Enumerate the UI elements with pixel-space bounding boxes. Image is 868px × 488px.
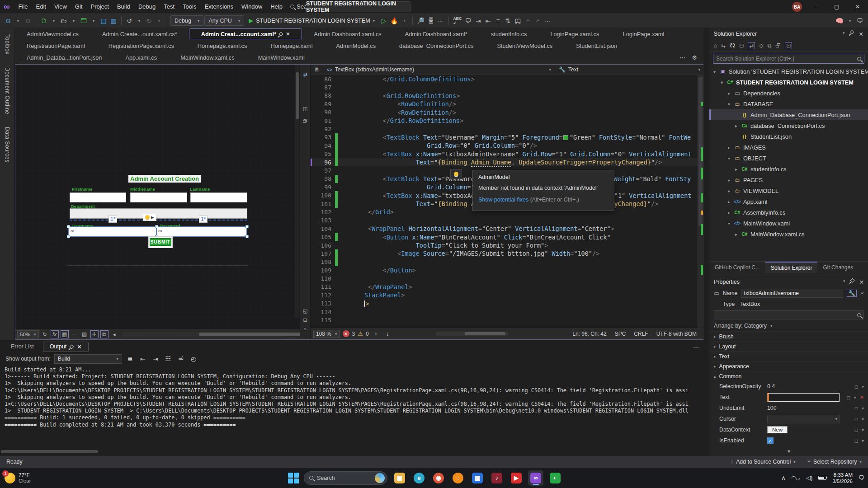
code-line-89[interactable]: 89 <RowDefinition/> [311, 100, 697, 108]
property-marker-icon[interactable]: ◻ [854, 406, 858, 411]
code-line-113[interactable]: 113 > [311, 300, 697, 308]
snap-grid-icon[interactable]: ▫ [71, 330, 79, 338]
department-textbox[interactable] [70, 208, 247, 219]
error-count[interactable]: 3 [352, 331, 355, 337]
close-icon[interactable]: ✕ [859, 279, 864, 286]
tab-admin-creat-ccount-xaml[interactable]: Admin Creat...ccount.xaml*✕ [189, 28, 302, 39]
expand-pane-icon[interactable]: » [300, 324, 310, 333]
chevron-down-icon[interactable]: ▾ [843, 279, 845, 286]
menu-help[interactable]: Help [266, 0, 287, 14]
show-annotations-icon[interactable]: ⧉ [100, 330, 108, 338]
indent-decrease-icon[interactable]: ⇤ [484, 16, 493, 26]
designer-zoom-dropdown[interactable]: 50% ▾ [17, 330, 39, 338]
selection-handle[interactable] [155, 225, 158, 228]
property-value-text[interactable] [767, 393, 840, 402]
tool-tab-data-sources[interactable]: Data Sources [4, 121, 10, 169]
editor-horizontal-scrollbar[interactable] [436, 332, 508, 336]
submit-button[interactable]: SUBMIT [150, 238, 171, 246]
section-layout[interactable]: ▸Layout [709, 341, 868, 351]
menu-file[interactable]: File [14, 0, 32, 14]
username-textbox-selected[interactable] [68, 226, 156, 237]
code-line-110[interactable]: 110 [311, 274, 697, 282]
code-line-115[interactable]: 115 [311, 316, 697, 324]
open-file-icon[interactable]: 🗁 [59, 16, 68, 26]
section-appearance[interactable]: ▸Appearance [709, 361, 868, 371]
toolbar-options-icon[interactable]: ⋯ [543, 16, 552, 26]
tree-item-assemblyinfo-cs[interactable]: ▸C#AssemblyInfo.cs [709, 207, 868, 218]
maximize-button[interactable]: ▢ [826, 0, 847, 14]
property-text-input[interactable] [767, 393, 840, 402]
tab-homepage-xaml-cs[interactable]: Homepage.xaml.cs [186, 40, 259, 51]
tab-loginpage-xaml[interactable]: LoginPage.xaml [611, 28, 676, 39]
code-line-108[interactable]: 108 [311, 258, 697, 266]
taskbar-search[interactable]: Search [304, 471, 387, 485]
goto-prev-message-icon[interactable]: ⇤ [138, 354, 147, 364]
properties-search-input[interactable] [714, 310, 864, 319]
navigate-back-chevron[interactable]: ▾ [14, 16, 23, 26]
property-dropdown[interactable]: ▾ [767, 415, 840, 423]
chevron-down-icon[interactable]: ▾ [854, 395, 856, 400]
code-line-90[interactable]: 90 <RowDefinition/> [311, 108, 697, 117]
property-marker-icon[interactable]: ◻ [854, 438, 858, 443]
show-grid-icon[interactable]: ▦ [61, 330, 69, 338]
app-store[interactable]: ▦ [470, 470, 485, 486]
property-value-isenabled[interactable]: ✓ [767, 437, 840, 444]
tree-item-images[interactable]: ▸🗀IMAGES [709, 142, 868, 153]
code-line-114[interactable]: 114 [311, 308, 697, 316]
chevron-collapsed-icon[interactable]: ▸ [734, 123, 739, 128]
menu-build[interactable]: Build [113, 0, 134, 14]
code-line-96[interactable]: 96 Text="{Binding Admin_Uname, UpdateSou… [311, 158, 697, 166]
scroll-more-chevron[interactable]: ▾ [709, 448, 868, 455]
menu-window[interactable]: Window [237, 0, 266, 14]
start-button[interactable] [288, 472, 299, 484]
vertical-split-icon[interactable]: ◱ [300, 306, 310, 315]
tab-admin-dashboard-xaml-cs[interactable]: Admin Dashboard.xaml.cs [302, 28, 393, 39]
firefox-browser[interactable]: ◌ [450, 470, 466, 486]
hot-reload-icon[interactable]: 🔥 [389, 16, 399, 26]
save-all-icon[interactable]: ▥ [109, 16, 118, 26]
chevron-collapsed-icon[interactable]: ▸ [726, 145, 731, 150]
undo-chevron[interactable]: ▾ [135, 16, 144, 26]
comment-icon[interactable]: 🗩 [464, 16, 473, 26]
close-button[interactable]: ✕ [847, 0, 868, 14]
property-value-cursor[interactable]: ▾ [767, 415, 840, 423]
code-line-111[interactable]: 111 </WrapPanel> [311, 283, 697, 291]
tool-tab-toolbox[interactable]: Toolbox [4, 28, 10, 61]
scroll-left-icon[interactable]: ◂ [110, 330, 118, 338]
goto-next-message-icon[interactable]: ⇥ [151, 354, 160, 364]
designer-quick-actions[interactable]: ▶ [143, 214, 156, 221]
chevron-down-icon[interactable]: ▾ [862, 384, 864, 389]
output-text[interactable]: Build started at 8:21 AM...1>------ Buil… [0, 365, 703, 428]
clear-all-icon[interactable]: ☷ [164, 354, 173, 364]
collapse-all-icon[interactable]: ⊟ [739, 42, 744, 49]
horizontal-split-icon[interactable]: ⊟ [300, 315, 310, 324]
xaml-designer-surface[interactable]: Admin Account Creation Firstname Middlen… [15, 65, 300, 339]
designer-scrollbar-thumb[interactable] [296, 72, 299, 119]
output-horizontal-scrollbar[interactable] [0, 450, 703, 454]
bookmark-icon[interactable]: 🕮 [514, 16, 523, 26]
preview-selected-icon[interactable]: 🗗 [775, 42, 781, 49]
editor-hscroll-thumb[interactable] [465, 332, 505, 335]
tree-item-studentlist-json[interactable]: {}StudentList.json [709, 131, 868, 142]
spell-check-icon[interactable]: ABC✓ [452, 16, 463, 26]
tab-list-icon[interactable]: ⋯ [679, 54, 685, 61]
navigate-back-icon[interactable]: ⊙ [4, 16, 13, 26]
toolbar-overflow-icon[interactable]: ⋯ [436, 16, 445, 26]
indent-increase-icon[interactable]: ⇥ [474, 16, 483, 26]
code-line-88[interactable]: 88 <Grid.RowDefinitions> [311, 92, 697, 100]
volume-icon[interactable]: ◁) [806, 474, 812, 481]
code-line-93[interactable]: 93 <TextBlock Text="Username" Margin="5"… [311, 133, 697, 141]
show-potential-fixes-link[interactable]: Show potential fixes [478, 197, 528, 203]
middlename-textbox[interactable] [130, 192, 187, 202]
tab-mainwindow-xaml-cs[interactable]: MainWindow.xaml.cs [169, 52, 246, 63]
chevron-down-icon[interactable]: ▾ [862, 417, 864, 422]
line-spacing-icon[interactable]: ≡ [494, 16, 503, 26]
editor-vertical-scrollbar[interactable] [697, 75, 704, 328]
tree-item-solution-student-registration-login-system-1-of[interactable]: ▾▣Solution 'STUDENT REGISTRATION LOGIN S… [709, 66, 868, 77]
password-textbox[interactable] [156, 226, 247, 237]
code-line-112[interactable]: 112 StackPanel> [311, 291, 697, 299]
window-title[interactable]: STUDENT REGISTRATION LOGIN SYSTEM [306, 1, 410, 12]
code-line-95[interactable]: 95 <TextBox x:Name="txtboxAdminUsername"… [311, 150, 697, 158]
pin-icon[interactable] [279, 31, 283, 37]
anchor-chain-icon[interactable]: ∞ [71, 228, 75, 234]
